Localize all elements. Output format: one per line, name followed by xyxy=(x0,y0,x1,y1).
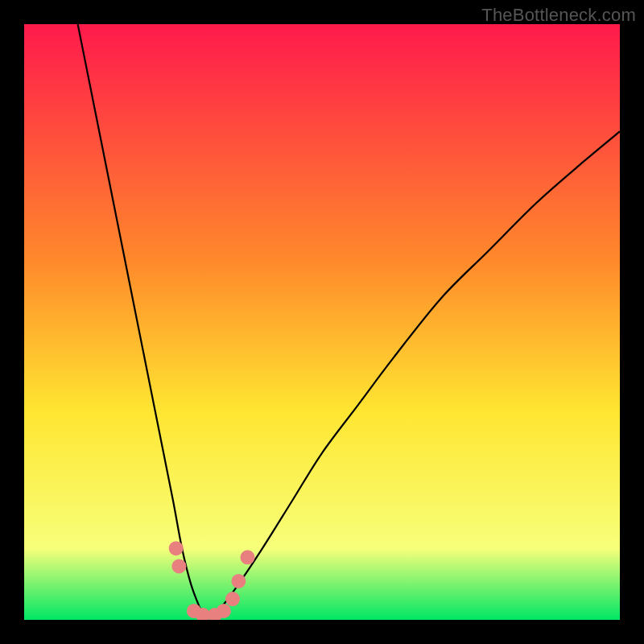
data-dot xyxy=(241,550,255,564)
data-dot xyxy=(169,541,184,555)
chart-frame: TheBottleneck.com xyxy=(0,0,644,644)
data-dot xyxy=(231,574,246,588)
plot-area xyxy=(24,24,620,620)
data-dot xyxy=(217,604,231,618)
watermark-text: TheBottleneck.com xyxy=(481,5,636,26)
gradient-background xyxy=(24,24,620,620)
data-dot xyxy=(171,559,186,573)
chart-svg xyxy=(24,24,620,620)
data-dot xyxy=(225,592,240,606)
